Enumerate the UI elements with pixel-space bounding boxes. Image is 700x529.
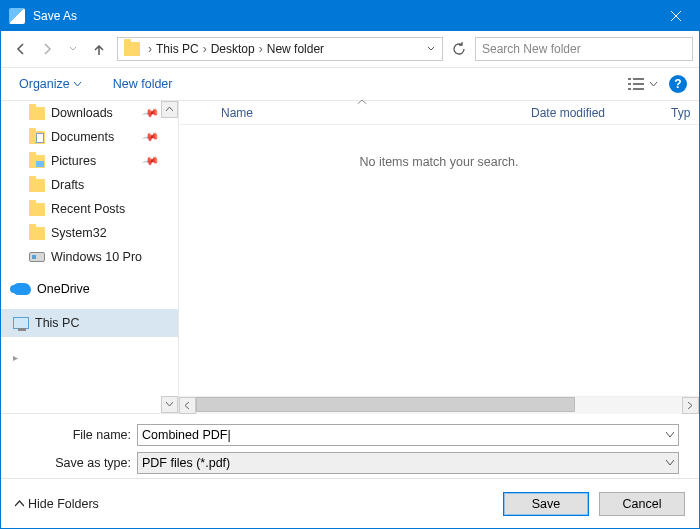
pictures-icon	[29, 155, 45, 168]
sort-ascending-icon	[358, 100, 367, 105]
nav-arrows	[7, 39, 113, 59]
view-mode-button[interactable]	[628, 77, 657, 91]
nav-recent-dropdown[interactable]	[63, 39, 83, 59]
pin-icon: 📌	[142, 152, 161, 171]
breadcrumb-segment[interactable]: Desktop	[211, 42, 255, 56]
svg-rect-8	[633, 88, 644, 90]
nav-back-button[interactable]	[11, 39, 31, 59]
chevron-down-icon[interactable]	[666, 460, 674, 466]
breadcrumb-segment[interactable]: This PC	[156, 42, 199, 56]
hide-folders-button[interactable]: Hide Folders	[15, 497, 99, 511]
breadcrumb[interactable]: › This PC › Desktop › New folder	[117, 37, 443, 61]
nav-up-button[interactable]	[89, 39, 109, 59]
filename-input[interactable]: Combined PDF|	[137, 424, 679, 446]
chevron-down-icon	[74, 82, 81, 87]
nav-row: › This PC › Desktop › New folder Search …	[1, 31, 699, 67]
savetype-label: Save as type:	[21, 456, 131, 470]
refresh-button[interactable]	[447, 37, 471, 61]
filename-label: File name:	[21, 428, 131, 442]
folder-icon	[29, 227, 45, 240]
tree-item-drafts[interactable]: Drafts	[1, 173, 178, 197]
close-button[interactable]	[653, 1, 699, 31]
cancel-button[interactable]: Cancel	[599, 492, 685, 516]
tree-item-documents[interactable]: Documents📌	[1, 125, 178, 149]
close-icon	[671, 11, 682, 22]
column-date-modified[interactable]: Date modified	[517, 101, 657, 124]
svg-rect-6	[633, 83, 644, 85]
dialog-footer: Hide Folders Save Cancel	[1, 478, 699, 528]
column-name[interactable]: Name	[207, 101, 517, 124]
help-button[interactable]: ?	[669, 75, 687, 93]
file-inputs: File name: Combined PDF| Save as type: P…	[1, 413, 699, 478]
column-type[interactable]: Typ	[657, 101, 699, 124]
search-placeholder: Search New folder	[482, 42, 581, 56]
search-input[interactable]: Search New folder	[475, 37, 693, 61]
tree-item-recent-posts[interactable]: Recent Posts	[1, 197, 178, 221]
svg-rect-4	[633, 78, 644, 80]
chevron-right-icon[interactable]: ›	[199, 42, 211, 56]
scroll-left-button[interactable]	[179, 397, 196, 414]
dialog-body: Downloads📌 Documents📌 Pictures📌 Drafts R…	[1, 101, 699, 413]
folder-icon	[29, 107, 45, 120]
documents-icon	[29, 131, 45, 144]
tree-item-pictures[interactable]: Pictures📌	[1, 149, 178, 173]
thispc-icon	[13, 317, 29, 329]
disk-icon	[29, 252, 45, 262]
scroll-right-button[interactable]	[682, 397, 699, 414]
empty-message: No items match your search.	[179, 125, 699, 169]
savetype-select[interactable]: PDF files (*.pdf)	[137, 452, 679, 474]
tree-group-network[interactable]: ▸	[1, 343, 178, 371]
tree-item-windows10pro[interactable]: Windows 10 Pro	[1, 245, 178, 269]
breadcrumb-dropdown[interactable]	[422, 45, 440, 53]
scroll-track[interactable]	[196, 397, 682, 414]
chevron-up-icon	[15, 500, 24, 507]
folder-icon	[29, 179, 45, 192]
titlebar: Save As	[1, 1, 699, 31]
column-headers: Name Date modified Typ	[179, 101, 699, 125]
onedrive-icon	[13, 283, 31, 295]
scroll-thumb[interactable]	[196, 397, 575, 412]
save-as-dialog: Save As › This PC › Desktop › New folder	[0, 0, 700, 529]
toolbar: Organize New folder ?	[1, 67, 699, 101]
svg-rect-5	[628, 83, 631, 85]
breadcrumb-segment[interactable]: New folder	[267, 42, 324, 56]
refresh-icon	[452, 42, 466, 56]
nav-forward-button[interactable]	[37, 39, 57, 59]
tree-group-onedrive[interactable]: OneDrive	[1, 275, 178, 303]
file-list-area: Name Date modified Typ No items match yo…	[179, 101, 699, 413]
tree-group-this-pc[interactable]: This PC	[1, 309, 178, 337]
horizontal-scrollbar[interactable]	[179, 396, 699, 413]
folder-icon	[29, 203, 45, 216]
pin-icon: 📌	[142, 104, 161, 123]
pin-icon: 📌	[142, 128, 161, 147]
svg-rect-7	[628, 88, 631, 90]
tree-item-system32[interactable]: System32	[1, 221, 178, 245]
chevron-right-icon[interactable]: ›	[255, 42, 267, 56]
folder-icon	[124, 42, 140, 56]
tree-scroll-down[interactable]	[161, 396, 178, 413]
tree-item-downloads[interactable]: Downloads📌	[1, 101, 178, 125]
chevron-right-icon[interactable]: ›	[144, 42, 156, 56]
view-list-icon	[628, 77, 644, 91]
organize-button[interactable]: Organize	[13, 73, 87, 95]
new-folder-button[interactable]: New folder	[107, 73, 179, 95]
svg-rect-3	[628, 78, 631, 80]
tree-scroll-up[interactable]	[161, 101, 178, 118]
save-button[interactable]: Save	[503, 492, 589, 516]
window-title: Save As	[33, 9, 653, 23]
chevron-down-icon[interactable]	[666, 432, 674, 438]
nav-tree: Downloads📌 Documents📌 Pictures📌 Drafts R…	[1, 101, 179, 413]
chevron-down-icon	[650, 82, 657, 87]
app-icon	[9, 8, 25, 24]
